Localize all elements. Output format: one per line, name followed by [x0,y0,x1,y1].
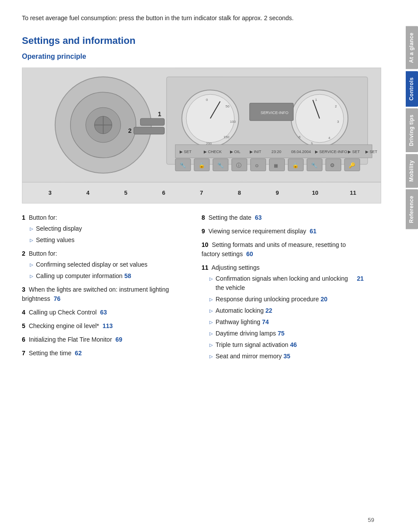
tab-controls[interactable]: Controls [406,71,418,107]
subitem-11-4: ▷ Pathway lighting 74 [209,318,364,327]
list-item-2: 2 Button for: ▷ Confirming selected disp… [22,249,184,281]
svg-rect-8 [134,127,164,134]
triangle-icon: ▷ [30,225,33,232]
subitem-11-7: ▷ Seat and mirror memory 35 [209,352,364,361]
list-item-3: 3 When the lights are switched on: instr… [22,285,184,303]
page-number: 59 [368,517,374,523]
svg-text:2: 2 [335,104,337,108]
subitem-11-2: ▷ Response during unlocking procedure 20 [209,295,364,304]
subitem-11-3: ▷ Automatic locking 22 [209,306,364,315]
tab-mobility[interactable]: Mobility [406,154,418,188]
subsection-title: Operating principle [22,53,364,61]
svg-text:23:20: 23:20 [272,150,281,154]
subitem-1-2: ▷ Setting values [30,236,184,245]
svg-text:1: 1 [158,111,161,118]
svg-text:▶ OIL: ▶ OIL [230,150,241,154]
subitem-2-1: ▷ Confirming selected display or set val… [30,260,184,269]
tab-driving-tips[interactable]: Driving tips [406,108,418,152]
svg-text:50: 50 [226,104,230,108]
sublist-1: ▷ Selecting display ▷ Setting values [30,224,184,245]
svg-text:100: 100 [230,120,236,124]
triangle-icon: ▷ [209,275,213,282]
list-item-9: 9 Viewing service requirement display 61 [202,227,364,236]
svg-rect-7 [140,118,164,125]
list-item-8: 8 Setting the date 63 [202,213,364,222]
svg-text:08.04.2004: 08.04.2004 [291,150,311,154]
svg-text:▶ SET: ▶ SET [180,150,191,154]
subitem-11-1: ▷ Confirmation signals when locking and … [209,274,364,293]
svg-text:▶ SET: ▶ SET [365,150,377,154]
intro-text: To reset average fuel consumption: press… [22,13,337,23]
svg-text:6: 6 [298,135,301,139]
svg-text:▶ INIT: ▶ INIT [250,150,262,154]
dashboard-image: 1 2 0 50 100 150 200 [22,68,381,182]
svg-text:🔧: 🔧 [311,162,318,168]
num-7: 7 [183,189,220,196]
sublist-2: ▷ Confirming selected display or set val… [30,260,184,281]
diagram-container: 1 2 0 50 100 150 200 [22,68,381,204]
svg-text:2: 2 [128,127,131,134]
triangle-icon: ▷ [30,237,33,243]
svg-text:▶ SERVICE-INFO: ▶ SERVICE-INFO [315,150,347,154]
list-item-11: 11 Adjusting settings ▷ Confirmation sig… [202,263,364,361]
list-item-7: 7 Setting the time 62 [22,349,184,358]
svg-text:🔒: 🔒 [292,162,299,168]
section-title: Settings and information [22,35,364,46]
svg-text:⊙: ⊙ [255,163,259,168]
num-6: 6 [145,189,182,196]
triangle-icon: ▷ [209,353,213,360]
tab-reference[interactable]: Reference [406,189,418,229]
svg-text:0: 0 [206,98,208,102]
subitem-2-2: ▷ Calling up computer information 58 [30,271,184,281]
svg-text:ⓘ: ⓘ [236,162,241,168]
triangle-icon: ▷ [30,261,33,268]
triangle-icon: ▷ [209,342,213,348]
svg-text:SERVICE-INFO: SERVICE-INFO [261,111,289,115]
num-11: 11 [334,189,372,196]
triangle-icon: ▷ [209,330,213,337]
svg-text:4: 4 [328,136,330,140]
triangle-icon: ▷ [209,319,213,325]
svg-text:1: 1 [315,98,317,102]
page-container: To reset average fuel consumption: press… [0,0,418,532]
svg-text:🔧: 🔧 [180,162,186,168]
triangle-icon: ▷ [209,307,213,314]
side-tabs: At a glance Controls Driving tips Mobili… [381,0,418,532]
subitem-11-6: ▷ Triple turn signal activation 46 [209,340,364,350]
subitem-11-5: ▷ Daytime driving lamps 75 [209,329,364,338]
list-item-10: 10 Setting formats and units of measure,… [202,240,364,259]
svg-text:▶ SET: ▶ SET [348,150,360,154]
num-9: 9 [259,189,296,196]
list-item-5: 5 Checking engine oil level* 113 [22,321,184,331]
subitem-1-1: ▷ Selecting display [30,224,184,233]
num-3: 3 [31,189,69,196]
content-columns: 1 Button for: ▷ Selecting display ▷ Sett… [22,213,364,365]
svg-text:▶ CHECK: ▶ CHECK [204,150,222,154]
svg-text:▦: ▦ [274,163,278,168]
num-8: 8 [220,189,258,196]
left-column: 1 Button for: ▷ Selecting display ▷ Sett… [22,213,184,365]
svg-text:🔒: 🔒 [198,162,205,168]
svg-text:150: 150 [223,135,230,139]
svg-text:🔧: 🔧 [217,162,224,168]
list-item-4: 4 Calling up Check Control 63 [22,308,184,317]
num-10: 10 [296,189,334,196]
num-5: 5 [107,189,145,196]
num-4: 4 [69,189,106,196]
svg-text:🔑: 🔑 [349,162,355,168]
triangle-icon: ▷ [30,273,33,279]
right-column: 8 Setting the date 63 9 Viewing service … [202,213,364,365]
sublist-11: ▷ Confirmation signals when locking and … [209,274,364,361]
svg-text:3: 3 [337,120,339,124]
list-item-6: 6 Initializing the Flat Tire Monitor 69 [22,335,184,344]
numbers-bar: 3 4 5 6 7 8 9 10 11 [22,182,381,203]
svg-text:⚙: ⚙ [330,162,335,168]
triangle-icon: ▷ [209,296,213,303]
main-content: To reset average fuel consumption: press… [0,0,381,532]
list-item-1: 1 Button for: ▷ Selecting display ▷ Sett… [22,213,184,245]
tab-at-a-glance[interactable]: At a glance [406,26,418,69]
